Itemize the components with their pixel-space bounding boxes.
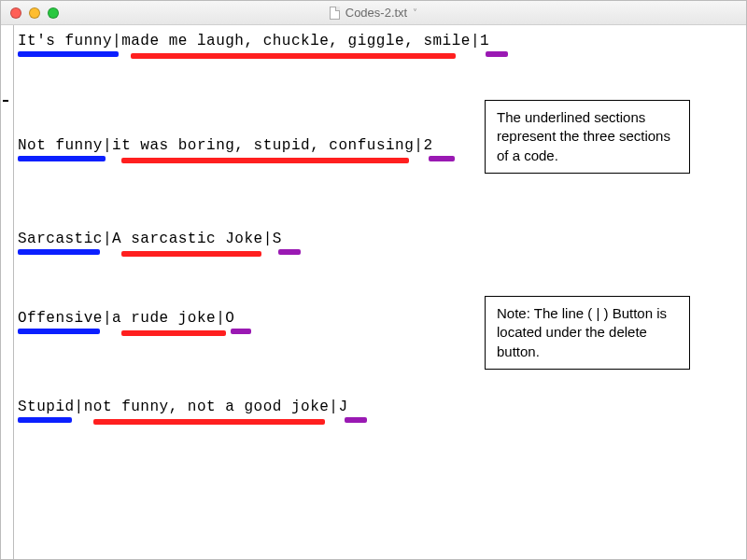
underline-red: [121, 158, 409, 163]
ruler-tick: [3, 100, 8, 102]
underline-purple: [231, 329, 251, 334]
zoom-icon[interactable]: [48, 7, 59, 19]
callout-sections: The underlined sections represent the th…: [485, 100, 690, 174]
underline-red: [93, 419, 325, 425]
separator: |: [103, 137, 112, 154]
document-area: It's funny|made me laugh, chuckle, giggl…: [1, 25, 746, 559]
traffic-lights: [10, 7, 59, 19]
code-label: Sarcastic: [18, 231, 103, 247]
underline-purple: [429, 156, 455, 161]
separator: |: [263, 231, 273, 247]
minimize-icon[interactable]: [29, 7, 40, 19]
underline-red: [121, 330, 226, 336]
code-desc: A sarcastic Joke: [112, 231, 263, 247]
chevron-down-icon[interactable]: ˅: [413, 7, 417, 18]
title-bar: Codes-2.txt ˅: [1, 1, 746, 25]
separator: |: [103, 231, 112, 247]
code-desc: made me laugh, chuckle, giggle, smile: [121, 33, 471, 49]
code-label: Stupid: [18, 399, 75, 415]
separator: |: [103, 310, 112, 327]
underline-red: [131, 53, 456, 59]
code-symbol: 1: [480, 33, 489, 49]
underline-purple: [486, 51, 508, 57]
code-line: Offensive|a rude joke|O: [18, 310, 234, 327]
code-symbol: O: [225, 310, 234, 327]
title-center: Codes-2.txt ˅: [1, 1, 746, 24]
underline-purple: [345, 417, 367, 423]
code-label: Not funny: [18, 137, 103, 154]
code-line: It's funny|made me laugh, chuckle, giggl…: [18, 33, 489, 49]
underline-blue: [18, 329, 100, 334]
close-icon[interactable]: [10, 7, 21, 19]
callout-pipe-key: Note: The line ( | ) Button is located u…: [485, 296, 690, 370]
ruler-gutter: [1, 25, 14, 559]
code-line: Sarcastic|A sarcastic Joke|S: [18, 231, 282, 247]
code-desc: a rude joke: [112, 310, 216, 327]
code-symbol: S: [273, 231, 282, 247]
code-desc: not funny, not a good joke: [84, 399, 330, 415]
code-label: Offensive: [18, 310, 103, 327]
code-line: Stupid|not funny, not a good joke|J: [18, 399, 348, 415]
separator: |: [75, 399, 84, 415]
code-symbol: 2: [423, 137, 432, 154]
underline-red: [121, 251, 261, 257]
separator: |: [112, 33, 121, 49]
separator: |: [329, 399, 338, 415]
code-symbol: J: [338, 399, 347, 415]
underline-blue: [18, 249, 100, 255]
document-icon: [330, 7, 340, 20]
window-title: Codes-2.txt: [345, 6, 407, 20]
text-pad[interactable]: It's funny|made me laugh, chuckle, giggl…: [18, 25, 746, 559]
code-desc: it was boring, stupid, confusing: [112, 137, 414, 154]
separator: |: [414, 137, 423, 154]
code-line: Not funny|it was boring, stupid, confusi…: [18, 137, 433, 154]
editor-window: Codes-2.txt ˅ It's funny|made me laugh, …: [0, 0, 747, 560]
separator: |: [471, 33, 480, 49]
code-label: It's funny: [18, 33, 112, 49]
underline-blue: [18, 156, 106, 161]
separator: |: [216, 310, 225, 327]
underline-purple: [278, 249, 301, 255]
underline-blue: [18, 417, 72, 423]
underline-blue: [18, 51, 119, 57]
